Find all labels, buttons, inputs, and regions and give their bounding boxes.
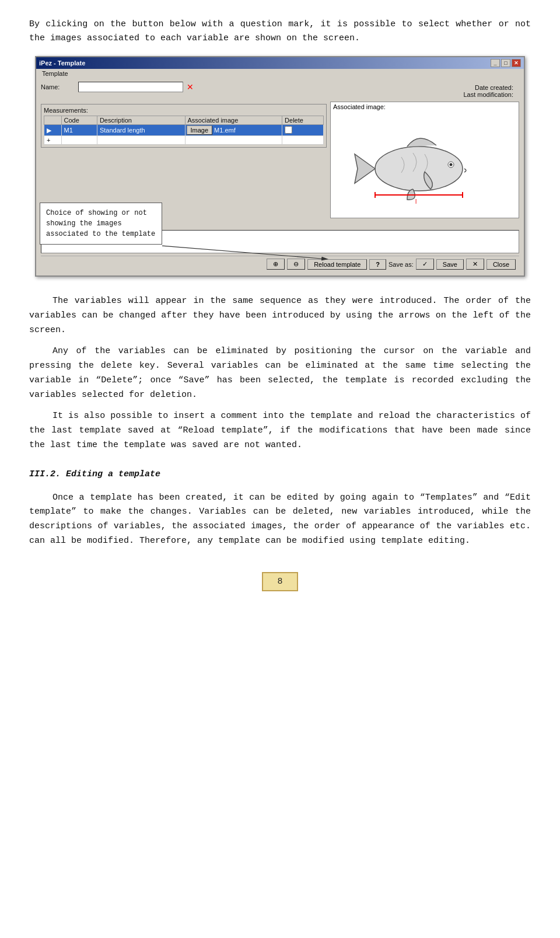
win-bottom-bar: ⊕ ⊖ Reload template ? Save as: ✓ Save ✕ …: [41, 256, 519, 272]
fish-image: l: [349, 119, 501, 212]
body-para-1: The variables will appear in the same se…: [29, 294, 531, 337]
remove-row-button[interactable]: ⊖: [287, 259, 305, 270]
table-row-empty: +: [44, 136, 324, 145]
win-menu-bar: Template: [36, 69, 524, 78]
section-heading: III.2. Editing a template: [29, 469, 531, 479]
intro-paragraph: By clicking on the button below with a q…: [29, 18, 531, 46]
body-section-1: The variables will appear in the same se…: [29, 294, 531, 453]
table-row[interactable]: ▶ M1 Standard length Image M1.emf: [44, 125, 324, 136]
win-content: Name: ✕ Date created: Last modification:: [36, 78, 524, 276]
body-section-2: Once a template has been created, it can…: [29, 491, 531, 549]
svg-point-2: [450, 163, 453, 166]
last-modification-label: Last modification:: [463, 91, 513, 98]
delete-checkbox[interactable]: [285, 126, 292, 134]
col-header-description: Description: [97, 116, 185, 125]
date-created-label: Date created:: [463, 84, 513, 91]
measurements-panel: Measurements: Code Description Associate…: [41, 104, 327, 148]
section-para-1: Once a template has been created, it can…: [29, 491, 531, 549]
assoc-image-label: Associated image:: [333, 103, 386, 110]
page: By clicking on the button below with a q…: [0, 0, 560, 626]
empty-del: [282, 136, 324, 145]
win-titlebar-controls: _ □ ✕: [491, 59, 521, 67]
col-header-assoc-image: Associated image: [185, 116, 282, 125]
measurements-table: Code Description Associated image Delete…: [44, 116, 324, 145]
win-titlebar: iPez - Template _ □ ✕: [36, 57, 524, 69]
name-label: Name:: [41, 83, 76, 90]
question-button[interactable]: ?: [369, 259, 386, 270]
win-title: iPez - Template: [39, 60, 85, 67]
col-header-delete: Delete: [282, 116, 324, 125]
svg-text:l: l: [415, 198, 416, 205]
save-as-label: Save as:: [388, 261, 414, 268]
callout-box: Choice of showing or not showing the ima…: [40, 203, 162, 245]
minimize-button[interactable]: _: [491, 59, 500, 67]
empty-desc: [97, 136, 185, 145]
save-confirm-button[interactable]: ✓: [416, 259, 434, 270]
save-cancel-button[interactable]: ✕: [466, 259, 484, 270]
save-button[interactable]: Save: [436, 259, 464, 270]
row-description: Standard length: [97, 125, 185, 136]
svg-point-0: [375, 147, 463, 191]
col-header-code: Code: [61, 116, 97, 125]
clear-name-icon[interactable]: ✕: [187, 82, 194, 92]
row-delete[interactable]: [282, 125, 324, 136]
row-image-cell: Image M1.emf: [186, 125, 282, 135]
close-button-title[interactable]: ✕: [512, 59, 521, 67]
reload-template-button[interactable]: Reload template: [307, 259, 367, 270]
win-main-area: Measurements: Code Description Associate…: [41, 102, 519, 218]
empty-arrow: +: [44, 136, 62, 145]
name-field-row: Name: ✕: [41, 82, 194, 92]
image-button[interactable]: Image: [187, 125, 213, 135]
measurements-title: Measurements:: [44, 107, 324, 114]
dialog-outer: iPez - Template _ □ ✕ Template Name:: [29, 56, 531, 277]
win-right-panel: Associated image:: [330, 102, 519, 218]
close-dialog-button[interactable]: Close: [487, 259, 516, 270]
callout-text: Choice of showing or not showing the ima…: [46, 209, 155, 238]
page-number-badge: 8: [262, 572, 298, 591]
body-para-2: Any of the variables can be eliminated b…: [29, 344, 531, 402]
image-filename: M1.emf: [214, 127, 236, 134]
col-header-arrow: [44, 116, 62, 125]
name-input[interactable]: [78, 82, 183, 92]
add-row-button[interactable]: ⊕: [267, 259, 285, 270]
empty-code: [61, 136, 97, 145]
menu-template[interactable]: Template: [38, 69, 72, 78]
row-arrow: ▶: [44, 125, 62, 136]
win-left-panel: Measurements: Code Description Associate…: [41, 102, 327, 218]
date-section: Date created: Last modification:: [463, 84, 513, 98]
table-header-row: Code Description Associated image Delete: [44, 116, 324, 125]
page-footer: 8: [29, 572, 531, 591]
body-para-3: It is also possible to insert a comment …: [29, 409, 531, 452]
row-code: M1: [61, 125, 97, 136]
maximize-button[interactable]: □: [501, 59, 510, 67]
empty-img: [185, 136, 282, 145]
